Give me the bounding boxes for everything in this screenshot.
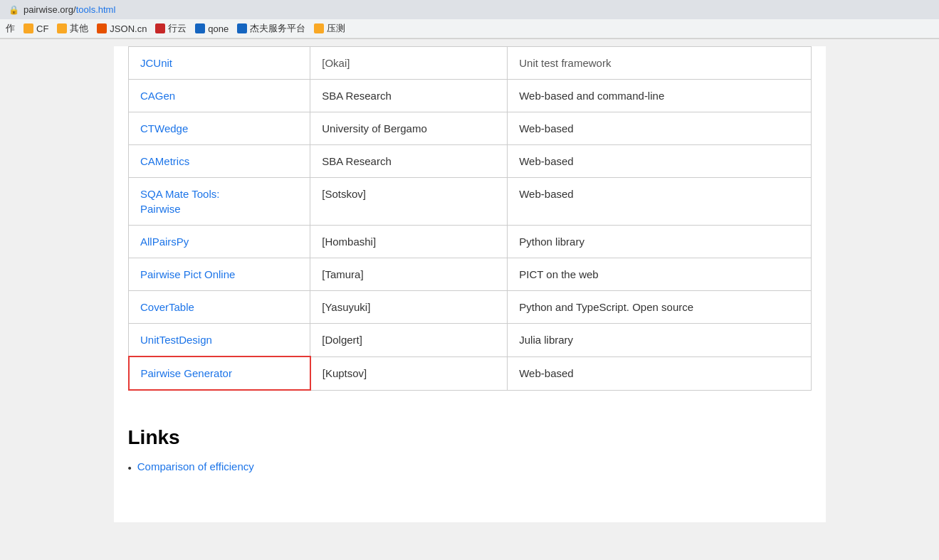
- cell-cagen-name[interactable]: CAGen: [129, 80, 310, 112]
- bookmark-jiefu[interactable]: 杰夫服务平台: [237, 22, 305, 35]
- cell-ctwedge-name[interactable]: CTWedge: [129, 112, 310, 145]
- bookmark-zuo[interactable]: 作: [6, 22, 15, 35]
- lock-icon: 🔒: [9, 5, 19, 15]
- cell-pairwisepict-ref: [Tamura]: [310, 258, 508, 291]
- tools-table: JCUnit [Okai] Unit test framework CAGen …: [128, 46, 812, 391]
- cell-unittestdesign-name[interactable]: UnitTestDesign: [129, 324, 310, 357]
- title-bar: 🔒 pairwise.org/tools.html: [0, 0, 939, 19]
- cell-sqamate-type: Web-based: [508, 178, 811, 226]
- cell-cametrics-name[interactable]: CAMetrics: [129, 145, 310, 178]
- cell-sqamate-ref: [Sotskov]: [310, 178, 508, 226]
- table-row: Pairwise Pict Online [Tamura] PICT on th…: [129, 258, 812, 291]
- bookmark-xingyun-icon: [155, 23, 165, 33]
- bookmark-jsoncn-icon: [97, 23, 107, 33]
- bookmark-yace-icon: [314, 23, 324, 33]
- link-cagen[interactable]: CAGen: [140, 90, 175, 102]
- url-bar[interactable]: pairwise.org/tools.html: [23, 4, 115, 15]
- link-pairwisegenerator[interactable]: Pairwise Generator: [141, 367, 232, 379]
- cell-covertable-ref: [Yasuyuki]: [310, 291, 508, 324]
- link-jcunit[interactable]: JCUnit: [140, 57, 172, 69]
- bookmark-yace[interactable]: 压测: [314, 22, 345, 35]
- table-row: CAMetrics SBA Research Web-based: [129, 145, 812, 178]
- cell-allpairspy-type: Python library: [508, 226, 811, 258]
- bookmark-jiefu-icon: [237, 23, 247, 33]
- cell-cametrics-type: Web-based: [508, 145, 811, 178]
- cell-pairwisegenerator-name[interactable]: Pairwise Generator: [129, 356, 310, 390]
- table-row: UnitTestDesign [Dolgert] Julia library: [129, 324, 812, 357]
- cell-unittestdesign-type: Julia library: [508, 324, 811, 357]
- table-row: SQA Mate Tools:Pairwise [Sotskov] Web-ba…: [129, 178, 812, 226]
- cell-jcunit-name[interactable]: JCUnit: [129, 47, 310, 80]
- bookmark-qone-icon: [195, 23, 205, 33]
- page-content: JCUnit [Okai] Unit test framework CAGen …: [114, 46, 826, 522]
- bookmark-qita[interactable]: 其他: [57, 22, 88, 35]
- link-sqamate[interactable]: SQA Mate Tools:Pairwise: [140, 188, 219, 215]
- links-list: • Comparison of efficiency: [128, 460, 812, 474]
- cell-covertable-name[interactable]: CoverTable: [129, 291, 310, 324]
- link-comparison-of-efficiency[interactable]: Comparison of efficiency: [137, 460, 254, 472]
- cell-cagen-type: Web-based and command-line: [508, 80, 811, 112]
- list-item: • Comparison of efficiency: [128, 460, 812, 474]
- bookmark-cf[interactable]: CF: [23, 23, 48, 34]
- cell-jcunit-ref: [Okai]: [310, 47, 508, 80]
- link-allpairspy[interactable]: AllPairsPy: [140, 236, 189, 248]
- bookmark-qone[interactable]: qone: [195, 23, 229, 34]
- bullet-icon: •: [128, 462, 132, 474]
- link-ctwedge[interactable]: CTWedge: [140, 122, 188, 134]
- cell-pairwisepict-name[interactable]: Pairwise Pict Online: [129, 258, 310, 291]
- bookmark-jsoncn[interactable]: JSON.cn: [97, 23, 147, 34]
- bookmark-qita-icon: [57, 23, 67, 33]
- link-cametrics[interactable]: CAMetrics: [140, 155, 189, 167]
- bookmark-cf-icon: [23, 23, 33, 33]
- cell-allpairspy-ref: [Hombashi]: [310, 226, 508, 258]
- cell-pairwisegenerator-type: Web-based: [508, 356, 811, 390]
- bookmarks-bar: 作 CF 其他 JSON.cn 行云 qone 杰夫服务平台 压测: [0, 19, 939, 38]
- cell-covertable-type: Python and TypeScript. Open source: [508, 291, 811, 324]
- table-row: CAGen SBA Research Web-based and command…: [129, 80, 812, 112]
- cell-jcunit-type: Unit test framework: [508, 47, 811, 80]
- browser-chrome: 🔒 pairwise.org/tools.html 作 CF 其他 JSON.c…: [0, 0, 939, 39]
- cell-cagen-ref: SBA Research: [310, 80, 508, 112]
- cell-allpairspy-name[interactable]: AllPairsPy: [129, 226, 310, 258]
- table-row: CoverTable [Yasuyuki] Python and TypeScr…: [129, 291, 812, 324]
- cell-ctwedge-type: Web-based: [508, 112, 811, 145]
- cell-ctwedge-ref: University of Bergamo: [310, 112, 508, 145]
- links-heading: Links: [128, 426, 812, 449]
- table-row: CTWedge University of Bergamo Web-based: [129, 112, 812, 145]
- cell-unittestdesign-ref: [Dolgert]: [310, 324, 508, 357]
- table-row-highlighted: Pairwise Generator [Kuptsov] Web-based: [129, 356, 812, 390]
- cell-cametrics-ref: SBA Research: [310, 145, 508, 178]
- link-unittestdesign[interactable]: UnitTestDesign: [140, 334, 212, 346]
- table-row: AllPairsPy [Hombashi] Python library: [129, 226, 812, 258]
- cell-pairwisegenerator-ref: [Kuptsov]: [310, 356, 508, 390]
- link-covertable[interactable]: CoverTable: [140, 301, 194, 313]
- cell-sqamate-name[interactable]: SQA Mate Tools:Pairwise: [129, 178, 310, 226]
- table-row-partial: JCUnit [Okai] Unit test framework: [129, 47, 812, 80]
- link-pairwisepict[interactable]: Pairwise Pict Online: [140, 268, 235, 280]
- cell-pairwisepict-type: PICT on the web: [508, 258, 811, 291]
- links-section: Links • Comparison of efficiency: [128, 419, 812, 494]
- bookmark-xingyun[interactable]: 行云: [155, 22, 187, 35]
